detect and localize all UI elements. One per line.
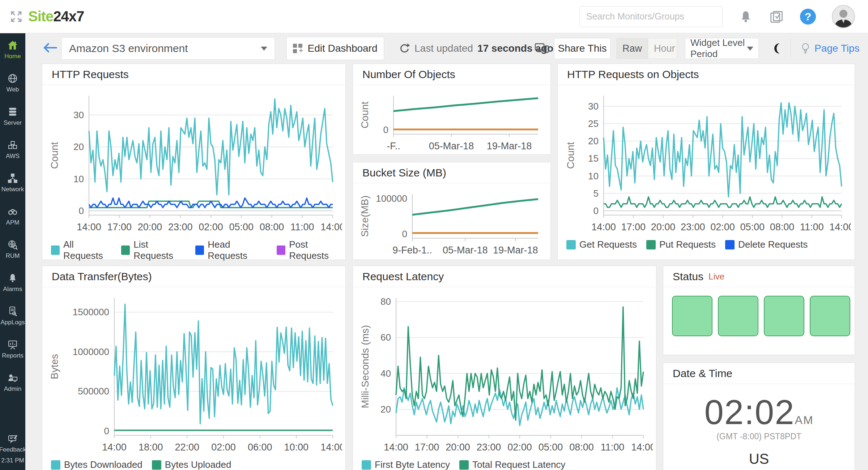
sidebar-label: Server <box>4 119 22 127</box>
sidebar-item-reports[interactable]: Reports <box>0 333 25 366</box>
legend-item[interactable]: List Requests <box>121 239 186 261</box>
toggle-raw[interactable]: Raw <box>617 38 648 59</box>
svg-text:17:00: 17:00 <box>415 442 439 453</box>
sidebar-item-network[interactable]: Network <box>0 166 25 200</box>
svg-text:11:00: 11:00 <box>290 222 314 232</box>
request-latency-chart: 2040608014:0017:0020:0023:0002:0005:0008… <box>353 287 656 458</box>
request-latency-legend: First Byte LatencyTotal Request Latency <box>353 459 656 470</box>
widget-level-period-selector[interactable]: Widget Level Period <box>685 38 759 59</box>
status-tile[interactable] <box>718 296 758 336</box>
apm-binoculars-icon <box>7 206 18 217</box>
svg-text:02:00: 02:00 <box>199 222 223 232</box>
sidebar-item-web[interactable]: Web <box>0 67 25 100</box>
svg-text:20: 20 <box>588 136 599 146</box>
panel-title: HTTP Requests <box>42 64 345 85</box>
sidebar-label: Reports <box>2 352 24 359</box>
dark-mode-moon-icon[interactable] <box>771 42 783 55</box>
svg-text:08:00: 08:00 <box>569 442 594 453</box>
sidebar-item-feedback[interactable]: Feedback <box>0 433 26 453</box>
legend-item[interactable]: Head Requests <box>195 239 267 261</box>
rum-icon <box>7 239 18 250</box>
legend-item[interactable]: Put Requests <box>646 239 716 250</box>
svg-text:05:00: 05:00 <box>740 222 765 232</box>
sidebar-item-alarms[interactable]: Alarms <box>0 266 25 299</box>
sidebar-label: RUM <box>6 252 20 260</box>
legend-item[interactable]: Bytes Downloaded <box>51 459 142 470</box>
sidebar-item-applogs[interactable]: AppLogs <box>0 299 25 333</box>
svg-text:23:00: 23:00 <box>168 222 193 232</box>
http-requests-on-objects-chart: 05101520253014:0017:0020:0023:0002:0005:… <box>558 85 855 238</box>
svg-text:500000: 500000 <box>78 386 109 397</box>
svg-text:100000: 100000 <box>376 193 407 204</box>
dashboard-selector[interactable]: Amazon S3 environment <box>61 37 275 60</box>
svg-text:19-Mar-18: 19-Mar-18 <box>493 245 538 256</box>
sidebar-item-rum[interactable]: RUM <box>0 233 25 266</box>
panel-title: Bucket Size (MB) <box>353 162 550 183</box>
svg-text:05-Mar-18: 05-Mar-18 <box>443 245 488 256</box>
legend-swatch <box>362 460 371 470</box>
legend-item[interactable]: Get Requests <box>566 239 637 250</box>
logo-text-dark: 24x7 <box>53 8 84 24</box>
status-tile[interactable] <box>810 296 850 336</box>
clock-meridiem: AM <box>795 414 814 427</box>
aws-cubes-icon <box>7 140 18 150</box>
svg-text:18:00: 18:00 <box>139 442 163 453</box>
svg-text:1500000: 1500000 <box>73 307 109 317</box>
help-icon[interactable] <box>800 9 816 25</box>
toggle-hour[interactable]: Hour <box>648 43 681 54</box>
status-tile[interactable] <box>672 296 712 336</box>
applogs-icon <box>7 306 18 317</box>
sidebar-item-aws[interactable]: AWS <box>0 133 25 166</box>
svg-text:20:00: 20:00 <box>651 222 675 232</box>
legend-item[interactable]: Bytes Uploaded <box>152 459 231 470</box>
expand-icon[interactable] <box>10 10 22 23</box>
svg-text:14:00: 14:00 <box>320 222 342 232</box>
tasks-icon[interactable] <box>769 9 784 24</box>
svg-text:14:00: 14:00 <box>829 222 851 232</box>
svg-text:11:00: 11:00 <box>800 222 824 232</box>
panel-status: Status Live <box>663 266 855 355</box>
site247-logo[interactable]: Site24x7 <box>28 8 84 25</box>
svg-text:0: 0 <box>593 205 598 216</box>
panel-title: HTTP Requests on Objects <box>558 64 855 85</box>
share-this-button[interactable]: Share This <box>554 38 610 59</box>
sidebar-item-apm[interactable]: APM <box>0 200 25 233</box>
svg-text:19-Mar-18: 19-Mar-18 <box>487 141 532 151</box>
legend-swatch <box>121 245 130 255</box>
svg-text:11:00: 11:00 <box>601 442 625 453</box>
sidebar-item-admin[interactable]: Admin <box>0 366 25 399</box>
svg-text:5: 5 <box>593 188 598 199</box>
edit-dashboard-button[interactable]: Edit Dashboard <box>286 37 384 60</box>
back-button[interactable] <box>43 42 58 55</box>
notifications-bell-icon[interactable] <box>739 9 753 24</box>
legend-item[interactable]: First Byte Latency <box>362 459 450 470</box>
user-avatar[interactable] <box>832 5 855 28</box>
legend-item[interactable]: Delete Requests <box>725 239 808 250</box>
devices-icon[interactable] <box>535 42 549 55</box>
legend-swatch <box>277 245 285 255</box>
search-input[interactable] <box>579 6 723 27</box>
panel-title: Request Latency <box>353 266 656 287</box>
svg-text:05-Mar-18: 05-Mar-18 <box>429 141 474 151</box>
legend-item[interactable]: All Requests <box>51 239 112 261</box>
svg-text:17:00: 17:00 <box>107 222 132 232</box>
sidebar-item-server[interactable]: Server <box>0 100 25 133</box>
legend-item[interactable]: Post Requests <box>277 239 345 261</box>
legend-label: All Requests <box>63 239 112 261</box>
top-header: Site24x7 <box>0 0 868 33</box>
svg-text:Milli-Seconds (ms): Milli-Seconds (ms) <box>359 325 371 408</box>
svg-text:02:00: 02:00 <box>710 222 735 232</box>
legend-swatch <box>51 245 60 255</box>
refresh-icon[interactable] <box>399 43 410 54</box>
svg-text:Count: Count <box>359 101 370 128</box>
clock-timezone: (GMT -8:00) PST8PDT <box>716 432 801 441</box>
svg-text:14:00: 14:00 <box>591 222 616 232</box>
data-transfer-chart: 05000001000000150000014:0018:0022:0002:0… <box>42 287 345 458</box>
http-requests-legend: All RequestsList RequestsHead RequestsPo… <box>42 239 345 261</box>
status-tile[interactable] <box>764 296 804 336</box>
svg-text:20:00: 20:00 <box>138 222 162 232</box>
chevron-down-icon <box>261 47 267 51</box>
legend-item[interactable]: Total Request Latency <box>459 459 565 470</box>
page-tips-link[interactable]: Page Tips <box>800 42 860 55</box>
sidebar-item-home[interactable]: Home <box>0 33 25 67</box>
